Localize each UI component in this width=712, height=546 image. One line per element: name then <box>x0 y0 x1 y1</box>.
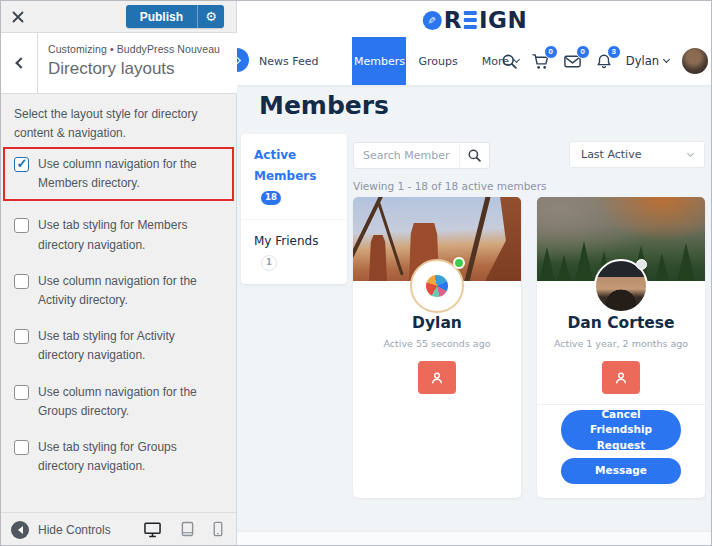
option-label: Use column navigation for the Groups dir… <box>38 383 223 421</box>
checkbox[interactable] <box>14 440 29 455</box>
count-badge: 18 <box>261 191 281 205</box>
notifications-button[interactable]: 3 <box>595 52 613 71</box>
nav-item-members[interactable]: Members <box>352 37 406 85</box>
logo-text-suffix: IGN <box>479 7 527 33</box>
gear-icon <box>205 9 217 24</box>
notifications-badge: 3 <box>607 45 621 59</box>
chevron-down-icon <box>687 149 694 156</box>
directory-nav: Active Members18 My Friends1 <box>241 134 347 284</box>
directory-nav-my-friends[interactable]: My Friends1 <box>241 219 347 284</box>
chevron-down-icon <box>663 56 670 63</box>
breadcrumb: Customizing•BuddyPress Nouveau <box>48 43 237 55</box>
page-title: Members <box>259 91 389 120</box>
members-search-box <box>353 142 490 169</box>
option-label: Use column navigation for the Members di… <box>38 155 223 193</box>
sort-selected-value: Last Active <box>581 148 641 161</box>
layout-options-list: Use column navigation for the Members di… <box>1 147 236 493</box>
logo-e-bars-icon <box>464 11 477 29</box>
nav-item-groups[interactable]: Groups <box>418 55 457 68</box>
checkbox[interactable] <box>14 385 29 400</box>
user-avatar[interactable] <box>682 48 708 74</box>
mobile-icon <box>213 521 223 537</box>
checkbox[interactable] <box>14 274 29 289</box>
panel-description: Select the layout style for directory co… <box>14 105 226 142</box>
edit-shortcut-icon[interactable] <box>237 48 249 72</box>
back-button[interactable] <box>1 33 38 93</box>
preview-tablet-button[interactable] <box>178 513 197 546</box>
customizer-window: Publish Customizing•BuddyPress Nouveau D… <box>0 0 712 546</box>
messages-badge: 0 <box>576 45 590 59</box>
publish-button[interactable]: Publish <box>126 5 197 28</box>
option-label: Use tab styling for Activity directory n… <box>38 327 223 365</box>
customizer-sidebar: Publish Customizing•BuddyPress Nouveau D… <box>1 1 237 546</box>
option-groups-tab-styling[interactable]: Use tab styling for Groups directory nav… <box>1 438 236 476</box>
online-status-dot <box>453 257 465 269</box>
checkbox[interactable] <box>14 218 29 233</box>
cart-button[interactable]: 0 <box>531 52 550 71</box>
option-groups-column-nav[interactable]: Use column navigation for the Groups dir… <box>1 383 236 421</box>
main-navigation: News Feed Members Groups More 0 0 <box>237 37 712 85</box>
add-friend-button[interactable] <box>418 361 456 394</box>
hide-controls-button[interactable]: Hide Controls <box>11 513 111 546</box>
user-name: Dylan <box>626 54 659 68</box>
add-friend-button[interactable] <box>602 361 640 394</box>
publish-settings-button[interactable] <box>197 5 224 28</box>
logo-text-prefix: R <box>444 7 462 33</box>
message-button[interactable]: Message <box>561 458 681 484</box>
search-members-input[interactable] <box>354 143 459 168</box>
checkbox[interactable] <box>14 157 29 172</box>
cancel-friendship-request-button[interactable]: Cancel Friendship Request <box>561 410 681 450</box>
person-icon <box>613 370 629 386</box>
panel-header: Customizing•BuddyPress Nouveau Directory… <box>1 33 237 94</box>
messages-button[interactable]: 0 <box>563 52 582 71</box>
panel-title: Directory layouts <box>48 59 237 79</box>
user-menu[interactable]: Dylan <box>626 54 669 68</box>
tablet-icon <box>181 521 194 537</box>
desktop-icon <box>143 521 162 538</box>
option-label: Use column navigation for the Activity d… <box>38 272 223 310</box>
option-label: Use tab styling for Groups directory nav… <box>38 438 223 476</box>
close-customizer-button[interactable] <box>1 1 35 32</box>
customizer-topbar: Publish <box>1 1 236 33</box>
option-members-tab-styling[interactable]: Use tab styling for Members directory na… <box>1 216 236 254</box>
avatar-badge-dot <box>636 259 647 270</box>
divider <box>537 404 705 405</box>
preview-mobile-button[interactable] <box>210 513 226 546</box>
member-last-active: Active 1 year, 2 months ago <box>537 338 705 349</box>
member-card-dan-cortese: Dan Cortese Active 1 year, 2 months ago … <box>537 197 705 498</box>
option-members-column-nav[interactable]: Use column navigation for the Members di… <box>3 147 234 201</box>
member-name[interactable]: Dan Cortese <box>537 314 705 332</box>
edit-pencil-icon <box>423 11 442 30</box>
header-actions: 0 0 3 Dylan <box>501 37 708 85</box>
site-preview: R IGN News Feed Members Groups More 0 <box>237 1 712 546</box>
search-button[interactable] <box>501 53 518 70</box>
preview-desktop-button[interactable] <box>140 513 165 546</box>
avatar-logo-icon <box>426 275 448 297</box>
search-icon <box>467 148 482 163</box>
page-footer-strip <box>237 531 712 546</box>
count-badge: 1 <box>261 255 277 271</box>
cart-badge: 0 <box>544 45 558 59</box>
customizer-footer: Hide Controls <box>1 512 236 546</box>
collapse-arrow-icon <box>11 521 29 539</box>
device-preview-switcher <box>140 513 226 546</box>
site-logo[interactable]: R IGN <box>423 7 527 33</box>
sort-order-select[interactable]: Last Active <box>569 141 705 168</box>
checkbox[interactable] <box>14 329 29 344</box>
person-icon <box>429 370 445 386</box>
chevron-left-icon <box>15 57 26 68</box>
pagination-status: Viewing 1 - 18 of 18 active members <box>353 180 547 192</box>
member-name[interactable]: Dylan <box>353 314 521 332</box>
search-icon <box>501 53 518 70</box>
option-activity-tab-styling[interactable]: Use tab styling for Activity directory n… <box>1 327 236 365</box>
member-last-active: Active 55 seconds ago <box>353 338 521 349</box>
option-activity-column-nav[interactable]: Use column navigation for the Activity d… <box>1 272 236 310</box>
option-label: Use tab styling for Members directory na… <box>38 216 223 254</box>
directory-nav-active-members[interactable]: Active Members18 <box>241 134 347 219</box>
nav-item-news-feed[interactable]: News Feed <box>259 55 318 68</box>
member-card-dylan: Dylan Active 55 seconds ago <box>353 197 521 498</box>
site-header: R IGN News Feed Members Groups More 0 <box>237 1 712 85</box>
search-submit-button[interactable] <box>459 143 489 168</box>
